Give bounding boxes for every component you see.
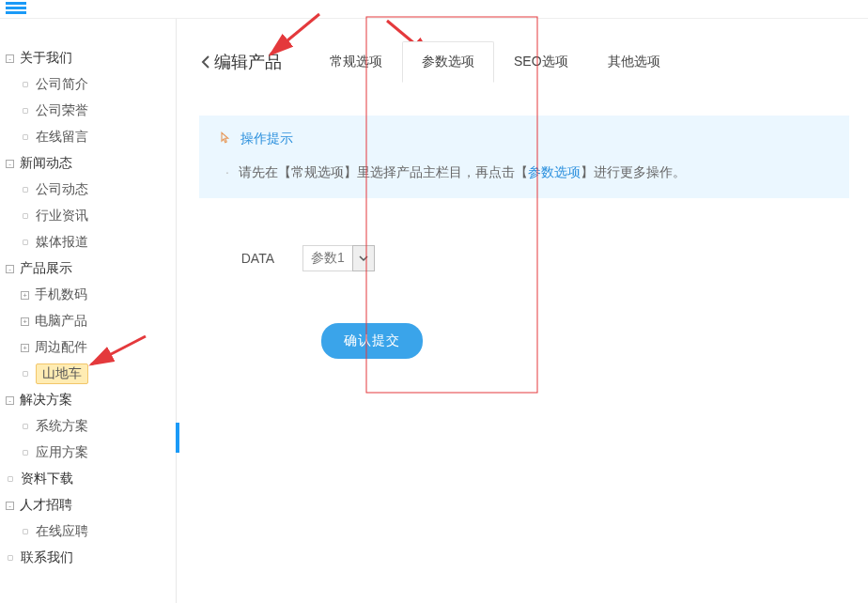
- sidebar-item-label: 山地车: [36, 363, 88, 384]
- back-button[interactable]: 编辑产品: [199, 51, 282, 73]
- bullet-icon: [23, 529, 28, 534]
- bullet-icon: [23, 213, 28, 219]
- sidebar-item-label: 系统方案: [36, 418, 88, 435]
- sidebar: -关于我们公司简介公司荣誉在线留言-新闻动态公司动态行业资讯媒体报道-产品展示+…: [0, 19, 177, 603]
- sidebar-item-label: 手机数码: [35, 286, 87, 303]
- bullet-icon: [23, 371, 28, 377]
- chevron-left-icon: [199, 54, 212, 70]
- sidebar-item-2[interactable]: 公司荣誉: [0, 98, 176, 124]
- page-title: 编辑产品: [214, 51, 282, 73]
- tab-1[interactable]: 参数选项: [402, 41, 494, 83]
- tip-panel: 操作提示 请先在【常规选项】里选择产品主栏目，再点击【参数选项】进行更多操作。: [199, 116, 849, 198]
- bullet-icon: [23, 108, 28, 114]
- sidebar-item-12[interactable]: 山地车: [0, 361, 176, 387]
- sidebar-item-label: 在线应聘: [36, 523, 88, 540]
- sidebar-item-label: 关于我们: [20, 50, 72, 67]
- sidebar-item-5[interactable]: 公司动态: [0, 177, 176, 203]
- sidebar-item-18[interactable]: 在线应聘: [0, 518, 176, 545]
- sidebar-item-15[interactable]: 应用方案: [0, 440, 176, 466]
- sidebar-item-label: 产品展示: [20, 260, 72, 277]
- bullet-icon: [8, 555, 13, 561]
- sidebar-item-8[interactable]: -产品展示: [0, 255, 176, 282]
- sidebar-item-label: 公司简介: [36, 76, 88, 93]
- bullet-icon: [23, 450, 28, 456]
- sidebar-item-label: 电脑产品: [35, 313, 87, 330]
- sidebar-item-13[interactable]: -解决方案: [0, 387, 176, 413]
- bullet-icon: [23, 134, 28, 140]
- sidebar-item-label: 行业资讯: [36, 208, 88, 224]
- sidebar-item-7[interactable]: 媒体报道: [0, 229, 176, 255]
- sidebar-item-label: 公司动态: [36, 181, 88, 198]
- collapse-icon[interactable]: -: [6, 396, 14, 405]
- sidebar-item-label: 解决方案: [20, 392, 72, 409]
- sidebar-item-9[interactable]: +手机数码: [0, 282, 176, 308]
- bullet-icon: [8, 476, 13, 482]
- pointer-icon: [216, 131, 233, 147]
- sidebar-item-16[interactable]: 资料下载: [0, 466, 176, 492]
- param-select[interactable]: 参数1: [302, 245, 375, 271]
- sidebar-item-17[interactable]: -人才招聘: [0, 492, 176, 518]
- submit-button[interactable]: 确认提交: [321, 323, 423, 359]
- sidebar-item-label: 新闻动态: [20, 155, 72, 172]
- sidebar-item-label: 媒体报道: [36, 234, 88, 251]
- data-field-label: DATA: [199, 251, 302, 266]
- sidebar-item-label: 应用方案: [36, 444, 88, 461]
- sidebar-item-4[interactable]: -新闻动态: [0, 150, 176, 177]
- collapse-icon[interactable]: -: [6, 54, 14, 63]
- sidebar-item-14[interactable]: 系统方案: [0, 413, 176, 440]
- bullet-icon: [23, 424, 28, 429]
- sidebar-item-label: 人才招聘: [20, 497, 72, 514]
- collapse-icon[interactable]: -: [6, 160, 14, 168]
- sidebar-item-3[interactable]: 在线留言: [0, 124, 176, 150]
- sidebar-item-19[interactable]: 联系我们: [0, 545, 176, 571]
- sidebar-item-label: 公司荣誉: [36, 102, 88, 119]
- tip-link[interactable]: 参数选项: [528, 164, 581, 179]
- sidebar-item-6[interactable]: 行业资讯: [0, 203, 176, 229]
- tabs: 常规选项参数选项SEO选项其他选项: [310, 41, 680, 83]
- sidebar-item-label: 资料下载: [21, 471, 73, 487]
- expand-icon[interactable]: +: [21, 291, 29, 300]
- expand-icon[interactable]: +: [21, 344, 29, 352]
- bullet-icon: [23, 240, 28, 245]
- tip-text: 请先在【常规选项】里选择产品主栏目，再点击【参数选项】进行更多操作。: [216, 164, 832, 181]
- collapse-icon[interactable]: -: [6, 502, 14, 510]
- bullet-icon: [23, 82, 28, 87]
- chevron-down-icon[interactable]: [352, 245, 375, 271]
- sidebar-item-label: 周边配件: [35, 339, 87, 356]
- menu-toggle-icon[interactable]: [6, 0, 26, 16]
- sidebar-item-1[interactable]: 公司简介: [0, 71, 176, 98]
- collapse-icon[interactable]: -: [6, 265, 14, 273]
- sidebar-item-0[interactable]: -关于我们: [0, 45, 176, 71]
- select-value: 参数1: [302, 245, 352, 271]
- tip-heading: 操作提示: [240, 131, 293, 147]
- tab-3[interactable]: 其他选项: [588, 41, 680, 83]
- expand-icon[interactable]: +: [21, 317, 29, 326]
- sidebar-item-label: 联系我们: [21, 549, 73, 566]
- sidebar-item-11[interactable]: +周边配件: [0, 334, 176, 361]
- sidebar-item-10[interactable]: +电脑产品: [0, 308, 176, 334]
- tab-2[interactable]: SEO选项: [494, 41, 588, 83]
- bullet-icon: [23, 187, 28, 193]
- tab-0[interactable]: 常规选项: [310, 41, 402, 83]
- sidebar-item-label: 在线留言: [36, 129, 88, 146]
